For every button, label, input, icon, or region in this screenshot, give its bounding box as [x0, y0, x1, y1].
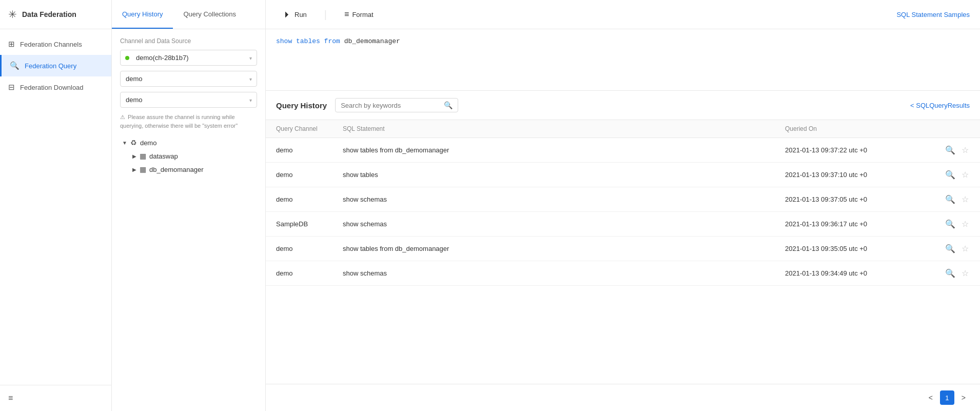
history-table: Query Channel SQL Statement Queried On d…: [266, 120, 980, 384]
tree-child-label-1: dataswap: [149, 152, 178, 160]
tab-query-collections[interactable]: Query Collections: [173, 0, 246, 29]
tree-child-chevron-2: ▶: [132, 167, 136, 172]
row-actions-1: 🔍 ☆: [929, 169, 970, 181]
row-sql-2: show schemas: [343, 195, 785, 203]
search-input[interactable]: [341, 102, 441, 109]
tree-child-icon-2: ▦: [140, 165, 146, 173]
tree: ▼ ♻ demo ▶ ▦ dataswap ▶ ▦ db_demomanager: [120, 136, 257, 176]
tree-root-icon: ♻: [130, 139, 137, 147]
star-5[interactable]: ☆: [961, 267, 970, 279]
star-2[interactable]: ☆: [961, 193, 970, 205]
channels-icon: ⊞: [8, 40, 15, 49]
datasource-select-wrapper: demo ▾: [120, 71, 257, 87]
star-1[interactable]: ☆: [961, 169, 970, 181]
tree-children: ▶ ▦ dataswap ▶ ▦ db_demomanager: [130, 149, 257, 176]
search-box[interactable]: 🔍: [335, 98, 458, 112]
table-select-arrow: ▾: [249, 97, 252, 103]
table-row: demo show tables from db_demomanager 202…: [266, 237, 980, 261]
channel-select-wrapper: demo(ch-28b1b7) ▾: [120, 50, 257, 66]
logo-icon: ✳: [8, 8, 17, 21]
tree-root-label: demo: [140, 139, 157, 147]
run-query-5[interactable]: 🔍: [944, 267, 956, 279]
star-0[interactable]: ☆: [961, 144, 970, 156]
tree-child-dataswap[interactable]: ▶ ▦ dataswap: [130, 149, 257, 163]
channels-label: Federation Channels: [20, 41, 82, 48]
run-label: Run: [295, 11, 307, 18]
format-label: Format: [352, 11, 373, 18]
datasource-select[interactable]: demo: [120, 71, 257, 87]
row-channel-1: demo: [276, 171, 343, 179]
channel-select-arrow: ▾: [249, 55, 252, 61]
tree-child-db[interactable]: ▶ ▦ db_demomanager: [130, 163, 257, 176]
sidebar-logo: ✳ Data Federation: [0, 0, 111, 29]
row-actions-2: 🔍 ☆: [929, 193, 970, 205]
header-queried-on: Queried On: [785, 125, 929, 132]
row-sql-5: show schemas: [343, 269, 785, 277]
tree-root-item[interactable]: ▼ ♻ demo: [120, 136, 257, 149]
tree-child-icon-1: ▦: [140, 152, 146, 160]
row-sql-1: show tables: [343, 171, 785, 179]
row-actions-3: 🔍 ☆: [929, 218, 970, 230]
format-button[interactable]: ≡ Format: [337, 7, 381, 22]
row-queried-2: 2021-01-13 09:37:05 utc +0: [785, 195, 929, 203]
sql-samples-link[interactable]: SQL Statement Samples: [896, 11, 970, 18]
sql-text: db_demomanager: [340, 37, 400, 45]
pagination: < 1 >: [266, 384, 980, 411]
run-icon: ⏵: [283, 10, 291, 19]
row-channel-2: demo: [276, 195, 343, 203]
row-sql-4: show tables from db_demomanager: [343, 245, 785, 252]
header-sql: SQL Statement: [343, 125, 785, 132]
star-3[interactable]: ☆: [961, 218, 970, 230]
sidebar: ✳ Data Federation ⊞ Federation Channels …: [0, 0, 112, 411]
history-panel: Query History 🔍 < SQLQueryResults Query …: [266, 91, 980, 411]
run-button[interactable]: ⏵ Run: [276, 7, 314, 22]
download-label: Federation Download: [20, 84, 84, 91]
row-channel-4: demo: [276, 245, 343, 252]
sidebar-item-query[interactable]: 🔍 Federation Query: [0, 55, 111, 76]
row-actions-4: 🔍 ☆: [929, 243, 970, 255]
sql-results-toggle[interactable]: < SQLQueryResults: [910, 102, 970, 109]
prev-page-button[interactable]: <: [925, 392, 937, 404]
menu-icon[interactable]: ≡: [8, 394, 13, 402]
row-sql-0: show tables from db_demomanager: [343, 146, 785, 154]
channel-select[interactable]: demo(ch-28b1b7): [120, 50, 257, 66]
star-4[interactable]: ☆: [961, 243, 970, 255]
toolbar-divider: |: [324, 9, 327, 21]
header-channel: Query Channel: [276, 125, 343, 132]
sidebar-item-channels[interactable]: ⊞ Federation Channels: [0, 33, 111, 55]
history-title: Query History: [276, 101, 327, 110]
run-query-1[interactable]: 🔍: [944, 169, 956, 181]
warning-message: Please assure the channel is running whi…: [120, 114, 238, 129]
row-channel-0: demo: [276, 146, 343, 154]
tab-query-history[interactable]: Query History: [112, 0, 173, 29]
editor-area[interactable]: show tables from db_demomanager: [266, 29, 980, 91]
table-header: Query Channel SQL Statement Queried On: [266, 120, 980, 138]
table-select-wrapper: demo ▾: [120, 92, 257, 108]
query-icon: 🔍: [10, 61, 19, 70]
sidebar-item-download[interactable]: ⊟ Federation Download: [0, 76, 111, 98]
row-queried-1: 2021-01-13 09:37:10 utc +0: [785, 171, 929, 179]
table-row: demo show tables 2021-01-13 09:37:10 utc…: [266, 163, 980, 187]
row-queried-4: 2021-01-13 09:35:05 utc +0: [785, 245, 929, 252]
table-row: demo show schemas 2021-01-13 09:34:49 ut…: [266, 261, 980, 286]
row-queried-3: 2021-01-13 09:36:17 utc +0: [785, 220, 929, 228]
run-query-2[interactable]: 🔍: [944, 193, 956, 205]
table-row: demo show tables from db_demomanager 202…: [266, 138, 980, 163]
history-header: Query History 🔍 < SQLQueryResults: [266, 91, 980, 120]
table-select[interactable]: demo: [120, 92, 257, 108]
run-query-4[interactable]: 🔍: [944, 243, 956, 255]
search-icon: 🔍: [444, 101, 453, 109]
row-actions-0: 🔍 ☆: [929, 144, 970, 156]
channel-dot: [125, 56, 129, 60]
tree-root-chevron: ▼: [122, 140, 127, 146]
current-page[interactable]: 1: [940, 390, 954, 405]
row-queried-5: 2021-01-13 09:34:49 utc +0: [785, 269, 929, 277]
format-icon: ≡: [344, 10, 349, 19]
next-page-button[interactable]: >: [957, 392, 970, 404]
run-query-3[interactable]: 🔍: [944, 218, 956, 230]
run-query-0[interactable]: 🔍: [944, 144, 956, 156]
row-queried-0: 2021-01-13 09:37:22 utc +0: [785, 146, 929, 154]
warning-dot-icon: ⚠: [120, 114, 125, 120]
row-actions-5: 🔍 ☆: [929, 267, 970, 279]
channel-section-label: Channel and Data Source: [120, 37, 257, 45]
